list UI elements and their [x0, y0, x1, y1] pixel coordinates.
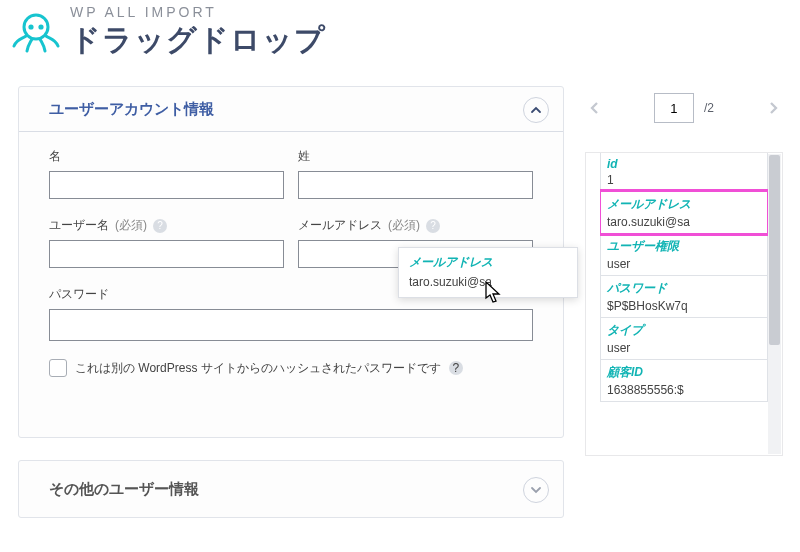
record-field[interactable]: 顧客ID1638855556:$ — [600, 359, 768, 402]
help-icon[interactable]: ? — [153, 219, 167, 233]
record-field-value: user — [601, 255, 767, 275]
panel-header[interactable]: ユーザーアカウント情報 — [19, 87, 563, 132]
drag-preview-key: メールアドレス — [409, 254, 567, 271]
record-field[interactable]: ユーザー権限user — [600, 233, 768, 276]
pager-next[interactable] — [763, 98, 783, 118]
scrollbar-thumb[interactable] — [769, 155, 780, 345]
chevron-up-icon — [530, 104, 542, 116]
record-field-key: タイプ — [601, 318, 767, 339]
record-field-key: id — [601, 153, 767, 171]
brand-logo: WP ALL IMPORT ドラッグドロップ — [12, 4, 326, 61]
record-field[interactable]: パスワード$P$BHosKw7q — [600, 275, 768, 318]
hashed-password-checkbox[interactable] — [49, 359, 67, 377]
username-label: ユーザー名(必須) ? — [49, 217, 284, 234]
chevron-down-icon — [530, 484, 542, 496]
record-field-key: メールアドレス — [601, 192, 767, 213]
last-name-input[interactable] — [298, 171, 533, 199]
panel2-title: その他のユーザー情報 — [49, 480, 199, 499]
record-field-value: 1638855556:$ — [601, 381, 767, 401]
password-input[interactable] — [49, 309, 533, 341]
email-label: メールアドレス(必須) ? — [298, 217, 533, 234]
record-field[interactable]: id1 — [600, 153, 768, 192]
record-pager: /2 — [585, 88, 783, 128]
record-field-value: 1 — [601, 171, 767, 191]
cursor-icon — [485, 281, 505, 305]
collapse-toggle[interactable] — [523, 97, 549, 123]
record-sheet: id1メールアドレスtaro.suzuki@saユーザー権限userパスワード$… — [585, 152, 783, 456]
page-number-input[interactable] — [654, 93, 694, 123]
scrollbar-track[interactable] — [768, 154, 781, 454]
page-total: /2 — [704, 101, 714, 115]
first-name-label: 名 — [49, 148, 284, 165]
record-field-key: 顧客ID — [601, 360, 767, 381]
expand-toggle[interactable] — [523, 477, 549, 503]
svg-point-0 — [24, 15, 48, 39]
help-icon[interactable]: ? — [449, 361, 463, 375]
pager-prev[interactable] — [585, 98, 605, 118]
octopus-icon — [12, 9, 60, 57]
last-name-label: 姓 — [298, 148, 533, 165]
svg-point-2 — [38, 24, 43, 29]
first-name-input[interactable] — [49, 171, 284, 199]
other-user-info-panel[interactable]: その他のユーザー情報 — [18, 460, 564, 518]
username-input[interactable] — [49, 240, 284, 268]
chevron-left-icon — [587, 100, 603, 116]
record-field-value: taro.suzuki@sa — [601, 213, 767, 233]
record-field-value: user — [601, 339, 767, 359]
svg-point-1 — [28, 24, 33, 29]
help-icon[interactable]: ? — [426, 219, 440, 233]
panel-title: ユーザーアカウント情報 — [49, 100, 214, 119]
record-field[interactable]: タイプuser — [600, 317, 768, 360]
record-field-key: パスワード — [601, 276, 767, 297]
record-sidebar: /2 id1メールアドレスtaro.suzuki@saユーザー権限userパスワ… — [585, 88, 783, 456]
record-field-key: ユーザー権限 — [601, 234, 767, 255]
brand-title: ドラッグドロップ — [70, 20, 326, 61]
brand-subtitle: WP ALL IMPORT — [70, 4, 326, 20]
record-field-value: $P$BHosKw7q — [601, 297, 767, 317]
hashed-password-label: これは別の WordPress サイトからのハッシュされたパスワードです — [75, 360, 441, 377]
record-field[interactable]: メールアドレスtaro.suzuki@sa — [600, 191, 768, 234]
chevron-right-icon — [765, 100, 781, 116]
